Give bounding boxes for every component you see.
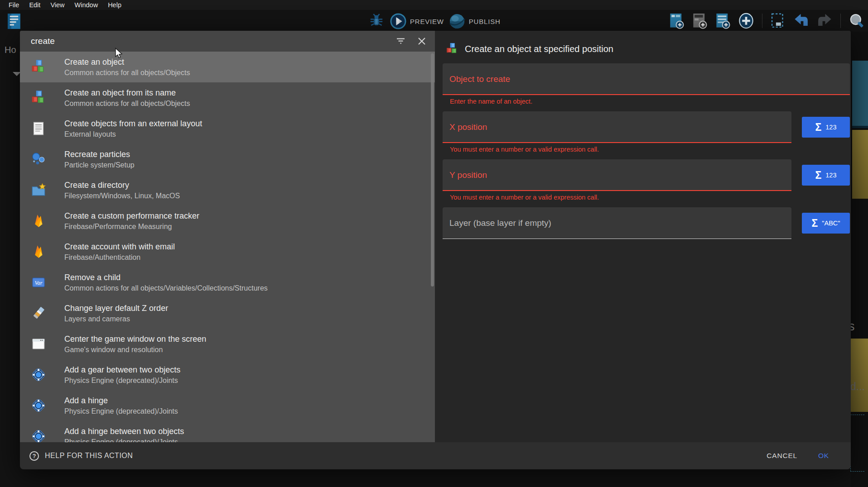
events-sheet-block-gold-top <box>852 130 868 199</box>
action-list-item[interactable]: Create objects from an external layoutEx… <box>20 113 435 144</box>
action-title: Center the game window on the screen <box>64 334 206 344</box>
action-title: Add a hinge <box>64 396 178 406</box>
field-underline <box>443 142 791 143</box>
field-underline <box>443 239 791 239</box>
panel-header: Create an object at specified position <box>446 43 850 55</box>
toolbar: PREVIEW PUBLISH <box>0 10 868 32</box>
atom-icon <box>31 398 46 413</box>
cubes-icon <box>31 59 46 75</box>
action-title: Create account with with email <box>64 242 175 252</box>
sigma-icon: Σ <box>812 218 818 229</box>
svg-text:?: ? <box>33 453 36 459</box>
help-label: HELP FOR THIS ACTION <box>45 452 133 460</box>
app-window: FileEditViewWindowHelp PREVIEW PUBLISH H… <box>0 0 868 487</box>
action-group: Layers and cameras <box>64 314 168 324</box>
action-list-item[interactable]: Create an object from its nameCommon act… <box>20 82 435 113</box>
window-icon <box>31 336 46 352</box>
toolbar-separator <box>840 14 841 28</box>
add-subevent-icon[interactable] <box>691 12 709 29</box>
atom-icon <box>31 429 46 442</box>
filter-icon[interactable] <box>396 36 406 46</box>
action-title: Add a hinge between two objects <box>64 426 184 436</box>
action-group: Common actions for all objects/Objects <box>64 68 190 77</box>
action-group: Game's window and resolution <box>64 345 206 354</box>
parameter-field[interactable]: Object to create <box>443 63 850 95</box>
field-error-caption: You must enter a number or a valid expre… <box>450 194 850 202</box>
action-list-item[interactable]: Add a hingePhysics Engine (deprecated)/J… <box>20 390 435 421</box>
events-sheet-text-fragment: d... <box>850 381 865 393</box>
help-link[interactable]: ? HELP FOR THIS ACTION <box>29 451 133 461</box>
action-list-item[interactable]: Create account with with emailFirebase/A… <box>20 236 435 267</box>
menu-item-window[interactable]: Window <box>70 1 103 9</box>
list-scrollbar[interactable] <box>431 53 434 286</box>
field-placeholder: Y position <box>449 170 487 180</box>
action-group: Physics Engine (deprecated)/Joints <box>64 437 184 443</box>
action-list-item[interactable]: Create a custom performance trackerFireb… <box>20 205 435 236</box>
action-list-item[interactable]: Add a gear between two objectsPhysics En… <box>20 359 435 390</box>
action-group: Common actions for all objects/Objects <box>64 99 190 108</box>
debug-bug-icon[interactable] <box>368 13 385 30</box>
redo-icon[interactable] <box>816 12 833 29</box>
eraser-icon <box>31 306 46 321</box>
action-title: Create a directory <box>64 180 180 190</box>
parameter-field[interactable]: X position <box>443 111 791 143</box>
action-list-item[interactable]: Create a directoryFilesystem/Windows, Li… <box>20 175 435 205</box>
atom-icon <box>31 367 46 382</box>
number-expression-button[interactable]: Σ123 <box>802 165 850 186</box>
toolbar-right <box>668 12 865 29</box>
instruction-selector-dialog: create Create an objectCommon actions fo… <box>20 31 851 469</box>
search-bar: create <box>20 31 435 52</box>
action-list-item[interactable]: Center the game window on the screenGame… <box>20 329 435 359</box>
add-comment-icon[interactable] <box>714 12 732 29</box>
action-list-item[interactable]: Create an objectCommon actions for all o… <box>20 52 435 82</box>
cubes-icon <box>31 90 46 105</box>
action-group: Particle system/Setup <box>64 160 135 170</box>
action-list-item[interactable]: Add a hinge between two objectsPhysics E… <box>20 421 435 442</box>
search-icon[interactable] <box>848 12 865 29</box>
parameter-field[interactable]: Layer (base layer if empty) <box>443 207 791 239</box>
action-title: Recreate particles <box>64 149 135 159</box>
expression-button-label: 123 <box>825 124 836 131</box>
string-expression-button[interactable]: Σ"ABC" <box>802 213 850 234</box>
action-title: Change layer default Z order <box>64 303 168 313</box>
parameter-fields: Object to createEnter the name of an obj… <box>443 63 850 250</box>
close-icon[interactable] <box>417 36 427 46</box>
action-list-item[interactable]: Change layer default Z orderLayers and c… <box>20 298 435 329</box>
action-title: Create a custom performance tracker <box>64 211 199 221</box>
action-group: Common actions for all objects/Variables… <box>64 283 268 293</box>
field-placeholder: X position <box>449 122 487 132</box>
add-circle-icon[interactable] <box>738 12 755 29</box>
add-event-icon[interactable] <box>668 12 685 29</box>
action-list: Create an objectCommon actions for all o… <box>20 52 435 442</box>
dialog-footer: ? HELP FOR THIS ACTION CANCEL OK <box>20 442 851 469</box>
menu-item-edit[interactable]: Edit <box>24 1 45 9</box>
number-expression-button[interactable]: Σ123 <box>802 117 850 138</box>
action-list-item[interactable]: VarRemove a childCommon actions for all … <box>20 267 435 298</box>
dashed-doc-icon[interactable] <box>770 12 787 29</box>
publish-label: PUBLISH <box>469 18 501 25</box>
menu-item-help[interactable]: Help <box>103 1 126 9</box>
home-tab[interactable]: Ho <box>5 45 16 55</box>
action-title: Remove a child <box>64 272 268 282</box>
action-list-item[interactable]: Recreate particlesParticle system/Setup <box>20 144 435 175</box>
search-input[interactable]: create <box>31 36 385 46</box>
undo-icon[interactable] <box>793 12 810 29</box>
search-results-pane: create Create an objectCommon actions fo… <box>20 31 435 442</box>
project-manager-icon[interactable] <box>5 12 24 30</box>
action-title: Create an object <box>64 57 190 67</box>
sigma-icon: Σ <box>815 122 821 133</box>
publish-button[interactable]: PUBLISH <box>448 13 501 30</box>
field-error-caption: You must enter a number or a valid expre… <box>450 146 850 154</box>
cancel-button[interactable]: CANCEL <box>767 452 797 460</box>
action-title: Add a gear between two objects <box>64 365 180 375</box>
preview-button[interactable]: PREVIEW <box>390 13 444 30</box>
ok-button[interactable]: OK <box>818 452 829 460</box>
action-group: Firebase/Authentication <box>64 253 175 262</box>
menu-item-view[interactable]: View <box>45 1 69 9</box>
action-config-panel: Create an object at specified position O… <box>435 31 851 442</box>
parameter-field[interactable]: Y position <box>443 159 791 191</box>
action-group: Physics Engine (deprecated)/Joints <box>64 376 180 385</box>
folder-star-icon <box>31 182 46 198</box>
field-placeholder: Layer (base layer if empty) <box>449 218 551 228</box>
menu-item-file[interactable]: File <box>4 1 24 9</box>
